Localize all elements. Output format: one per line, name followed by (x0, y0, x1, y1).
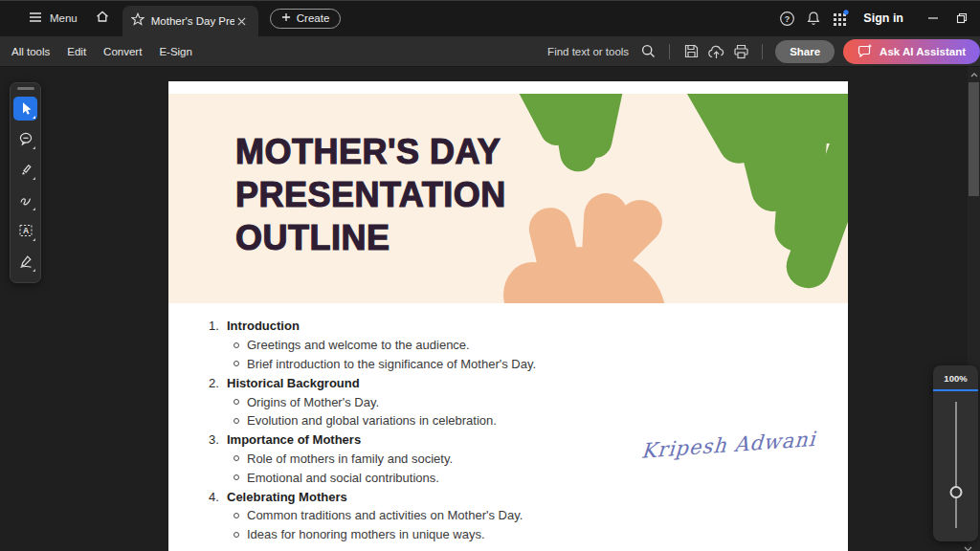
cursor-arrow-icon (23, 102, 32, 115)
bullet-circle-icon (234, 399, 239, 405)
zoom-slider-handle[interactable] (949, 486, 962, 498)
text-select-icon: A (18, 223, 33, 238)
outline-bullet-text: Ideas for honoring mothers in unique way… (247, 527, 485, 541)
outline-number: 3. (209, 432, 227, 447)
convert-menu[interactable]: Convert (103, 46, 142, 57)
title-bar: Menu Mother's Day Presentati... Create ? (0, 0, 980, 36)
comment-bubble-icon (18, 131, 33, 146)
svg-text:A: A (22, 226, 28, 235)
bullet-circle-icon (234, 361, 239, 366)
add-comment-tool-button[interactable] (13, 127, 37, 151)
outline-heading: 4.Celebrating Mothers (209, 487, 536, 506)
panel-drag-handle[interactable] (17, 87, 34, 90)
acrobat-window: Menu Mother's Day Presentati... Create ? (0, 0, 980, 551)
outline-bullet-text: Role of mothers in family and society. (247, 452, 453, 466)
tab-close-icon[interactable] (234, 13, 250, 29)
draw-tool-button[interactable] (13, 188, 37, 212)
outline-number: 1. (209, 319, 227, 333)
ai-label: Ask AI Assistant (880, 46, 966, 57)
outline-bullet: Ideas for honoring mothers in unique way… (209, 525, 536, 544)
share-button[interactable]: Share (775, 40, 835, 63)
green-leaf-shape-right (659, 94, 848, 295)
divider (669, 44, 670, 59)
collapse-panel-chevron-icon[interactable] (959, 543, 976, 551)
zoom-slider-track[interactable] (955, 402, 957, 528)
bullet-circle-icon (234, 455, 239, 461)
divider (762, 44, 763, 59)
outline-heading: 3.Importance of Mothers (209, 430, 536, 450)
outline-bullet-text: Evolution and global variations in celeb… (247, 413, 497, 428)
document-viewer: A (0, 67, 980, 551)
outline-heading: 1.Introduction (209, 317, 536, 336)
home-icon (95, 9, 110, 28)
green-leaf-shape-left (503, 94, 632, 174)
outline-bullet: Brief introduction to the significance o… (209, 355, 536, 374)
outline-heading-text: Importance of Mothers (227, 432, 361, 447)
highlighter-icon (18, 162, 33, 177)
svg-text:?: ? (785, 13, 791, 23)
toolbar-right: Find text or tools Share Ask AI Assistan… (547, 39, 980, 64)
bullet-circle-icon (234, 474, 239, 480)
outline-bullet: Greetings and welcome to the audience. (209, 336, 536, 355)
outline-number: 4. (209, 490, 227, 504)
all-tools-menu[interactable]: All tools (11, 46, 50, 57)
outline-heading: 2.Historical Background (209, 373, 536, 392)
ask-ai-assistant-button[interactable]: Ask AI Assistant (843, 39, 980, 64)
main-toolbar: All tools Edit Convert E-Sign Find text … (0, 36, 980, 67)
tab-title: Mother's Day Presentati... (151, 15, 234, 27)
titlebar-right: ? Sign in (773, 4, 980, 33)
scrollbar-thumb[interactable] (969, 82, 979, 196)
outline-bullet-text: Greetings and welcome to the audience. (247, 338, 470, 352)
plus-icon (281, 12, 291, 24)
peach-hand-shape (503, 191, 671, 303)
upload-cloud-icon[interactable] (703, 39, 728, 64)
find-text-label[interactable]: Find text or tools (547, 46, 629, 57)
zoom-panel: 100% (933, 365, 978, 541)
home-button[interactable] (87, 0, 118, 36)
create-label: Create (297, 12, 330, 24)
draw-squiggle-icon (18, 192, 33, 208)
apps-grid-icon[interactable] (827, 5, 854, 32)
ai-chat-icon (858, 43, 873, 60)
select-tool-button[interactable] (13, 97, 37, 121)
create-tab-button[interactable]: Create (270, 9, 342, 29)
signature-text: Kripesh Adwani (640, 427, 823, 462)
fill-sign-tool-button[interactable] (13, 250, 37, 274)
outline-bullet-text: Common traditions and activities on Moth… (247, 508, 523, 522)
hamburger-icon (29, 11, 42, 25)
outline-heading-text: Introduction (227, 319, 300, 333)
outline-list: 1.IntroductionGreetings and welcome to t… (209, 317, 536, 544)
outline-heading-text: Celebrating Mothers (227, 490, 347, 504)
bullet-circle-icon (234, 513, 239, 518)
signature-pen-icon (18, 253, 33, 269)
title-line-1: MOTHER'S DAY (235, 130, 506, 173)
title-line-3: OUTLINE (235, 216, 506, 259)
help-button[interactable]: ? (773, 5, 800, 32)
bullet-circle-icon (234, 342, 239, 348)
outline-heading-text: Historical Background (227, 376, 360, 390)
outline-bullet: Evolution and global variations in celeb… (209, 411, 536, 430)
outline-bullet-text: Brief introduction to the significance o… (247, 357, 536, 371)
notifications-bell-icon[interactable] (800, 5, 827, 32)
search-icon[interactable] (635, 39, 660, 64)
star-icon (131, 12, 145, 30)
outline-bullet: Emotional and social contributions. (209, 468, 536, 487)
menu-button[interactable]: Menu (29, 0, 78, 36)
sign-in-button[interactable]: Sign in (863, 11, 903, 25)
minimize-button[interactable] (919, 4, 947, 33)
zoom-accent-underline (933, 389, 978, 391)
scroll-up-arrow-icon[interactable] (968, 69, 980, 80)
outline-bullet: Role of mothers in family and society. (209, 450, 536, 469)
outline-bullet-text: Emotional and social contributions. (247, 471, 439, 485)
zoom-level-value: 100% (933, 373, 978, 384)
select-text-tool-button[interactable]: A (13, 219, 37, 243)
edit-menu[interactable]: Edit (67, 46, 86, 57)
document-tab[interactable]: Mother's Day Presentati... (122, 6, 258, 36)
restore-window-button[interactable] (947, 4, 976, 33)
slide-title: MOTHER'S DAY PRESENTATION OUTLINE (235, 130, 506, 259)
highlight-tool-button[interactable] (13, 158, 37, 182)
print-icon[interactable] (728, 39, 753, 64)
pdf-page: MOTHER'S DAY PRESENTATION OUTLINE 1.Intr… (168, 81, 848, 551)
save-icon[interactable] (679, 39, 703, 64)
esign-menu[interactable]: E-Sign (159, 46, 192, 57)
